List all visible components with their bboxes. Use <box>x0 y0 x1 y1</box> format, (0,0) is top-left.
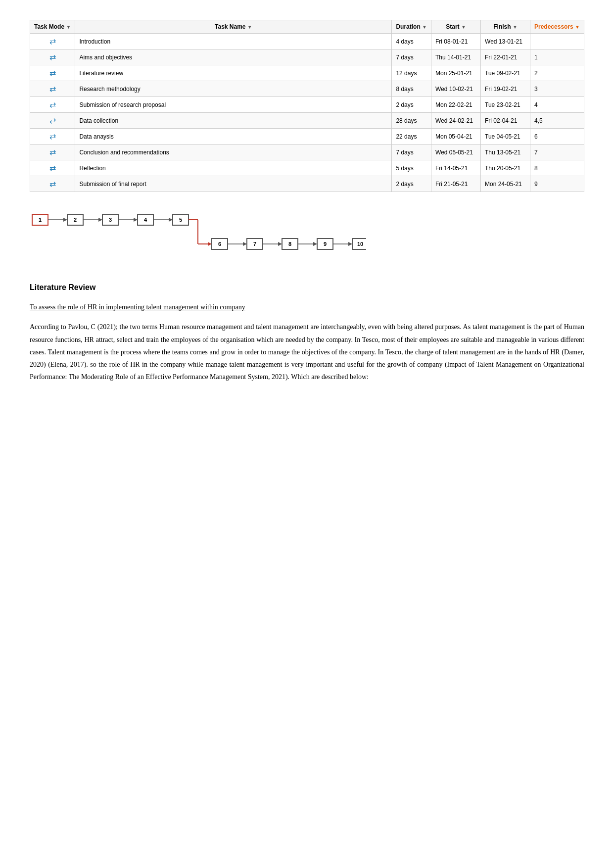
table-row: ⇄Submission of final report2 daysFri 21-… <box>30 176 584 192</box>
finish-cell: Wed 13-01-21 <box>481 34 530 49</box>
finish-cell: Fri 22-01-21 <box>481 49 530 65</box>
task-name-cell: Conclusion and recommendations <box>75 145 392 160</box>
sort-icon-task-mode[interactable]: ▼ <box>66 24 71 30</box>
col-header-start[interactable]: Start ▼ <box>431 20 481 34</box>
col-header-predecessors[interactable]: Predecessors ▼ <box>530 20 584 34</box>
task-mode-cell: ⇄ <box>30 176 75 192</box>
duration-cell: 8 days <box>392 81 431 97</box>
task-mode-icon: ⇄ <box>49 37 56 46</box>
table-row: ⇄Research methodology8 daysWed 10-02-21F… <box>30 81 584 97</box>
table-row: ⇄Reflection5 daysFri 14-05-21Thu 20-05-2… <box>30 160 584 176</box>
table-row: ⇄Submission of research proposal2 daysMo… <box>30 97 584 113</box>
task-mode-cell: ⇄ <box>30 160 75 176</box>
col-header-duration[interactable]: Duration ▼ <box>392 20 431 34</box>
finish-cell: Tue 09-02-21 <box>481 65 530 81</box>
start-cell: Mon 22-02-21 <box>431 97 481 113</box>
col-header-finish[interactable]: Finish ▼ <box>481 20 530 34</box>
svg-marker-7 <box>98 218 102 222</box>
predecessors-cell: 8 <box>530 160 584 176</box>
finish-cell: Mon 24-05-21 <box>481 176 530 192</box>
task-mode-cell: ⇄ <box>30 145 75 160</box>
gantt-svg: 1 2 3 4 5 6 <box>30 207 366 261</box>
predecessors-cell: 1 <box>530 49 584 65</box>
svg-marker-33 <box>313 242 317 246</box>
duration-cell: 28 days <box>392 113 431 129</box>
svg-text:6: 6 <box>218 241 221 247</box>
finish-cell: Fri 19-02-21 <box>481 81 530 97</box>
predecessors-cell: 4,5 <box>530 113 584 129</box>
duration-cell: 2 days <box>392 97 431 113</box>
table-row: ⇄Data anaysis22 daysMon 05-04-21Tue 04-0… <box>30 129 584 145</box>
task-mode-icon: ⇄ <box>49 53 56 61</box>
table-row: ⇄Aims and objectives7 daysThu 14-01-21Fr… <box>30 49 584 65</box>
col-header-task-name[interactable]: Task Name ▼ <box>75 20 392 34</box>
svg-marker-15 <box>169 218 173 222</box>
task-name-cell: Data collection <box>75 113 392 129</box>
start-cell: Wed 05-05-21 <box>431 145 481 160</box>
sort-icon-task-name[interactable]: ▼ <box>247 24 252 30</box>
start-cell: Thu 14-01-21 <box>431 49 481 65</box>
duration-cell: 7 days <box>392 145 431 160</box>
svg-text:3: 3 <box>109 217 112 223</box>
predecessors-cell: 6 <box>530 129 584 145</box>
task-mode-cell: ⇄ <box>30 34 75 49</box>
finish-cell: Thu 20-05-21 <box>481 160 530 176</box>
duration-cell: 2 days <box>392 176 431 192</box>
task-mode-cell: ⇄ <box>30 49 75 65</box>
start-cell: Fri 21-05-21 <box>431 176 481 192</box>
task-mode-cell: ⇄ <box>30 81 75 97</box>
task-mode-icon: ⇄ <box>49 164 56 172</box>
sort-icon-duration[interactable]: ▼ <box>422 24 427 30</box>
svg-text:5: 5 <box>179 217 182 223</box>
svg-text:10: 10 <box>357 241 363 247</box>
predecessors-cell: 7 <box>530 145 584 160</box>
task-name-cell: Literature review <box>75 65 392 81</box>
sort-icon-predecessors[interactable]: ▼ <box>575 24 580 30</box>
start-cell: Fri 08-01-21 <box>431 34 481 49</box>
table-row: ⇄Literature review12 daysMon 25-01-21Tue… <box>30 65 584 81</box>
task-name-cell: Submission of final report <box>75 176 392 192</box>
task-mode-icon: ⇄ <box>49 116 56 125</box>
underline-heading: To assess the role of HR in implementing… <box>30 302 584 313</box>
svg-text:8: 8 <box>288 241 291 247</box>
duration-cell: 4 days <box>392 34 431 49</box>
sort-icon-finish[interactable]: ▼ <box>513 24 518 30</box>
task-mode-icon: ⇄ <box>49 180 56 188</box>
gantt-table: Task Mode ▼ Task Name ▼ Duration ▼ Start… <box>30 20 584 192</box>
duration-cell: 12 days <box>392 65 431 81</box>
svg-text:7: 7 <box>253 241 256 247</box>
predecessors-cell: 2 <box>530 65 584 81</box>
svg-marker-3 <box>63 218 67 222</box>
finish-cell: Tue 04-05-21 <box>481 129 530 145</box>
task-mode-icon: ⇄ <box>49 85 56 93</box>
predecessors-cell <box>530 34 584 49</box>
svg-marker-25 <box>243 242 247 246</box>
task-mode-cell: ⇄ <box>30 65 75 81</box>
start-cell: Wed 10-02-21 <box>431 81 481 97</box>
task-mode-icon: ⇄ <box>49 132 56 141</box>
section-title: Literature Review <box>30 283 584 292</box>
duration-cell: 7 days <box>392 49 431 65</box>
svg-text:1: 1 <box>39 217 42 223</box>
table-row: ⇄Conclusion and recommendations7 daysWed… <box>30 145 584 160</box>
start-cell: Fri 14-05-21 <box>431 160 481 176</box>
svg-text:2: 2 <box>74 217 77 223</box>
task-name-cell: Reflection <box>75 160 392 176</box>
sort-icon-start[interactable]: ▼ <box>461 24 466 30</box>
task-name-cell: Research methodology <box>75 81 392 97</box>
start-cell: Mon 05-04-21 <box>431 129 481 145</box>
predecessors-cell: 9 <box>530 176 584 192</box>
duration-cell: 5 days <box>392 160 431 176</box>
task-name-cell: Introduction <box>75 34 392 49</box>
task-mode-cell: ⇄ <box>30 113 75 129</box>
task-name-cell: Aims and objectives <box>75 49 392 65</box>
duration-cell: 22 days <box>392 129 431 145</box>
col-header-task-mode[interactable]: Task Mode ▼ <box>30 20 75 34</box>
start-cell: Mon 25-01-21 <box>431 65 481 81</box>
finish-cell: Thu 13-05-21 <box>481 145 530 160</box>
svg-text:9: 9 <box>324 241 327 247</box>
predecessors-cell: 4 <box>530 97 584 113</box>
gantt-chart-area: 1 2 3 4 5 6 <box>30 207 584 263</box>
svg-marker-37 <box>348 242 352 246</box>
table-row: ⇄Data collection28 daysWed 24-02-21Fri 0… <box>30 113 584 129</box>
